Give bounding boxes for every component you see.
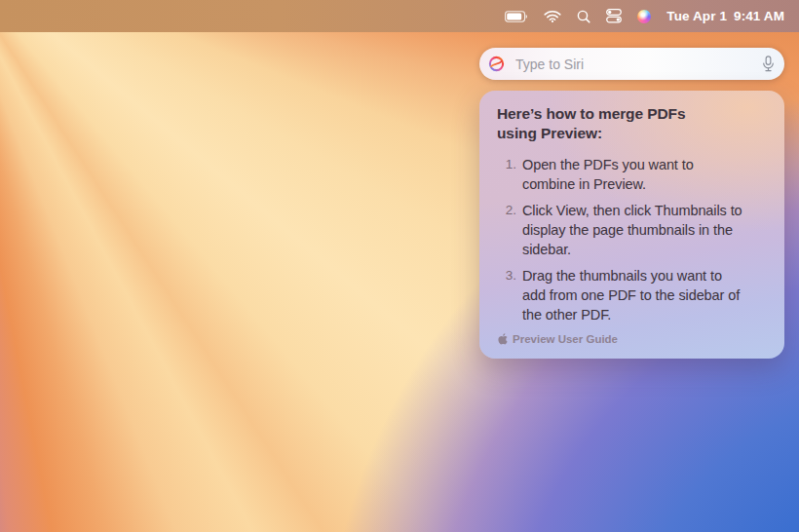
steps-list: 1. Open the PDFs you want to combine in … — [497, 155, 773, 324]
menu-bar: Tue Apr 1 9:41 AM — [0, 0, 799, 32]
desktop-wallpaper: Tue Apr 1 9:41 AM — [0, 0, 799, 532]
dictation-mic-icon[interactable] — [762, 56, 775, 72]
source-link[interactable]: Preview User Guide — [498, 333, 773, 345]
step-number: 3. — [497, 266, 516, 324]
menu-bar-date: Tue Apr 1 — [666, 9, 727, 23]
step-number: 2. — [497, 201, 516, 259]
menu-bar-time: 9:41 AM — [734, 9, 784, 23]
siri-response-card: Here’s how to merge PDFs using Preview: … — [479, 91, 784, 359]
step-item-1: 1. Open the PDFs you want to combine in … — [497, 155, 773, 194]
wifi-icon[interactable] — [544, 10, 561, 22]
step-item-3: 3. Drag the thumbnails you want to add f… — [497, 266, 773, 324]
siri-menu-icon[interactable] — [637, 10, 651, 23]
step-number: 1. — [497, 155, 516, 194]
source-label: Preview User Guide — [513, 333, 618, 345]
siri-input-bar[interactable] — [479, 48, 784, 80]
step-text: Click View, then click Thumbnails to dis… — [522, 201, 742, 259]
battery-icon[interactable] — [505, 11, 528, 22]
response-heading: Here’s how to merge PDFs using Preview: — [497, 104, 773, 143]
siri-text-input[interactable] — [515, 57, 751, 72]
step-text: Drag the thumbnails you want to add from… — [522, 266, 740, 324]
menu-bar-clock[interactable]: Tue Apr 1 9:41 AM — [666, 9, 784, 23]
siri-glyph-icon — [488, 56, 505, 72]
control-center-icon[interactable] — [606, 9, 622, 23]
step-item-2: 2. Click View, then click Thumbnails to … — [497, 201, 773, 259]
step-text: Open the PDFs you want to combine in Pre… — [522, 155, 694, 194]
spotlight-search-icon[interactable] — [577, 10, 590, 23]
apple-logo-icon — [498, 333, 508, 345]
